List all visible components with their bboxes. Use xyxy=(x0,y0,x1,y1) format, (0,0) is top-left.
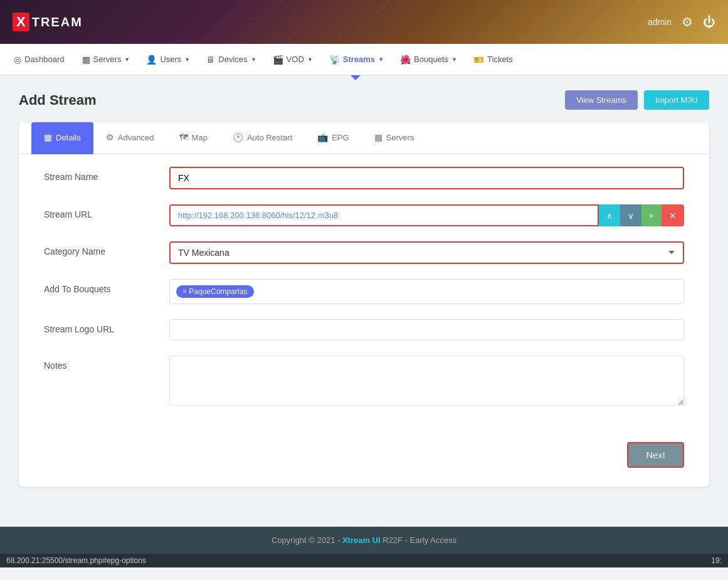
next-button[interactable]: Next xyxy=(627,442,684,468)
status-url: 68.200.21:25500/stream.php#epg-options xyxy=(6,556,146,565)
nav-label-bouquets: Bouquets xyxy=(414,55,448,64)
logo-url-label: Stream Logo URL xyxy=(44,319,169,334)
chevron-down-icon: ▾ xyxy=(379,56,382,63)
page-header: Add Stream View Streams Import M3U xyxy=(19,90,709,110)
sidebar-item-bouquets[interactable]: 🌺 Bouquets ▾ xyxy=(393,50,463,70)
logo-url-field xyxy=(169,319,684,340)
advanced-tab-icon: ⚙ xyxy=(106,132,114,142)
nav-label-devices: Devices xyxy=(218,55,247,64)
logo-x: X xyxy=(13,13,29,31)
tab-epg[interactable]: 📺 EPG xyxy=(305,122,361,154)
nav-label-vod: VOD xyxy=(287,55,304,64)
users-icon: 👤 xyxy=(146,55,157,65)
vod-icon: 🎬 xyxy=(273,55,283,65)
bouquets-icon: 🌺 xyxy=(400,55,411,65)
tab-servers-label: Servers xyxy=(386,133,414,142)
navbar: ◎ Dashboard ▦ Servers ▾ 👤 Users ▾ 🖥 Devi… xyxy=(0,44,728,75)
nav-label-users: Users xyxy=(160,55,181,64)
admin-name: admin xyxy=(648,17,672,27)
tab-map[interactable]: 🗺 Map xyxy=(167,122,220,154)
logo: X TREAM xyxy=(13,13,83,31)
logo-url-input[interactable] xyxy=(169,319,684,340)
tab-advanced[interactable]: ⚙ Advanced xyxy=(93,122,167,154)
url-up-button[interactable]: ∧ xyxy=(599,204,620,226)
category-name-row: Category Name TV Mexicana xyxy=(44,241,684,264)
auto-restart-tab-icon: 🕐 xyxy=(233,132,243,142)
page-title: Add Stream xyxy=(19,92,96,108)
nav-label-dashboard: Dashboard xyxy=(24,55,65,64)
stream-url-field: ∧ ∨ + ✕ xyxy=(169,204,684,226)
page-header-buttons: View Streams Import M3U xyxy=(565,90,709,110)
url-down-button[interactable]: ∨ xyxy=(620,204,641,226)
notes-label: Notes xyxy=(44,356,169,371)
servers-icon: ▦ xyxy=(82,55,90,65)
chevron-down-icon: ▾ xyxy=(125,56,129,63)
logo-url-row: Stream Logo URL xyxy=(44,319,684,340)
category-name-label: Category Name xyxy=(44,241,169,256)
bouquet-tag-label: × PaqueCompartas xyxy=(182,287,248,296)
stream-name-field xyxy=(169,167,684,189)
sidebar-item-vod[interactable]: 🎬 VOD ▾ xyxy=(265,50,319,70)
header-right: admin ⚙ ⏻ xyxy=(648,14,715,29)
tabs: ▦ Details ⚙ Advanced 🗺 Map 🕐 Auto Restar… xyxy=(19,122,709,154)
bouquet-tag[interactable]: × PaqueCompartas xyxy=(176,285,254,298)
dashboard-icon: ◎ xyxy=(14,55,21,65)
nav-label-servers: Servers xyxy=(93,55,122,64)
page-content: Add Stream View Streams Import M3U ▦ Det… xyxy=(0,75,728,502)
bouquets-row: Add To Bouquets × PaqueCompartas xyxy=(44,279,684,304)
nav-label-tickets: Tickets xyxy=(487,55,513,64)
power-icon[interactable]: ⏻ xyxy=(703,15,715,29)
bouquets-field: × PaqueCompartas xyxy=(169,279,684,304)
notes-field xyxy=(169,356,684,408)
tab-auto-restart-label: Auto Restart xyxy=(247,133,292,142)
import-m3u-button[interactable]: Import M3U xyxy=(644,90,709,110)
tab-epg-label: EPG xyxy=(332,133,349,142)
sidebar-item-servers[interactable]: ▦ Servers ▾ xyxy=(75,50,137,70)
tab-map-label: Map xyxy=(192,133,208,142)
footer: Copyright © 2021 - Xtream UI R22F - Earl… xyxy=(0,527,728,554)
footer-version: R22F - Early Access xyxy=(381,535,456,545)
sidebar-item-tickets[interactable]: 🎫 Tickets xyxy=(466,50,520,70)
tab-servers[interactable]: ▦ Servers xyxy=(362,122,427,154)
url-delete-button[interactable]: ✕ xyxy=(662,204,684,226)
settings-icon[interactable]: ⚙ xyxy=(682,14,693,29)
nav-label-streams: Streams xyxy=(343,55,375,64)
notes-textarea[interactable] xyxy=(169,356,684,406)
bouquets-label: Add To Bouquets xyxy=(44,279,169,294)
servers-tab-icon: ▦ xyxy=(374,132,382,142)
form-actions: Next xyxy=(19,442,709,468)
notes-row: Notes xyxy=(44,356,684,408)
category-name-field: TV Mexicana xyxy=(169,241,684,264)
chevron-down-icon: ▾ xyxy=(186,56,189,63)
url-add-button[interactable]: + xyxy=(641,204,662,226)
view-streams-button[interactable]: View Streams xyxy=(565,90,638,110)
url-input-group: ∧ ∨ + ✕ xyxy=(169,204,684,226)
tab-auto-restart[interactable]: 🕐 Auto Restart xyxy=(220,122,305,154)
chevron-down-icon: ▾ xyxy=(309,56,312,63)
category-name-select[interactable]: TV Mexicana xyxy=(169,241,684,264)
form-card: ▦ Details ⚙ Advanced 🗺 Map 🕐 Auto Restar… xyxy=(19,122,709,487)
stream-name-row: Stream Name xyxy=(44,167,684,189)
tickets-icon: 🎫 xyxy=(473,55,484,65)
status-bar: 68.200.21:25500/stream.php#epg-options 1… xyxy=(0,554,728,567)
footer-brand: Xtream UI xyxy=(342,535,381,545)
sidebar-item-users[interactable]: 👤 Users ▾ xyxy=(139,50,196,70)
stream-url-label: Stream URL xyxy=(44,204,169,219)
epg-tab-icon: 📺 xyxy=(317,132,328,142)
stream-url-input[interactable] xyxy=(169,204,599,226)
stream-url-row: Stream URL ∧ ∨ + ✕ xyxy=(44,204,684,226)
logo-text: TREAM xyxy=(32,15,83,29)
tab-details-label: Details xyxy=(56,133,81,142)
devices-icon: 🖥 xyxy=(206,55,215,65)
app-header: X TREAM admin ⚙ ⏻ xyxy=(0,0,728,44)
tab-details[interactable]: ▦ Details xyxy=(31,122,93,154)
stream-name-input[interactable] xyxy=(169,167,684,189)
stream-name-label: Stream Name xyxy=(44,167,169,182)
status-time: 19: xyxy=(711,556,722,565)
bouquets-container[interactable]: × PaqueCompartas xyxy=(169,279,684,304)
sidebar-item-dashboard[interactable]: ◎ Dashboard xyxy=(6,50,72,70)
sidebar-item-streams[interactable]: 📡 Streams ▾ xyxy=(322,50,390,70)
chevron-down-icon: ▾ xyxy=(252,56,255,63)
tab-advanced-label: Advanced xyxy=(118,133,154,142)
sidebar-item-devices[interactable]: 🖥 Devices ▾ xyxy=(199,50,262,70)
